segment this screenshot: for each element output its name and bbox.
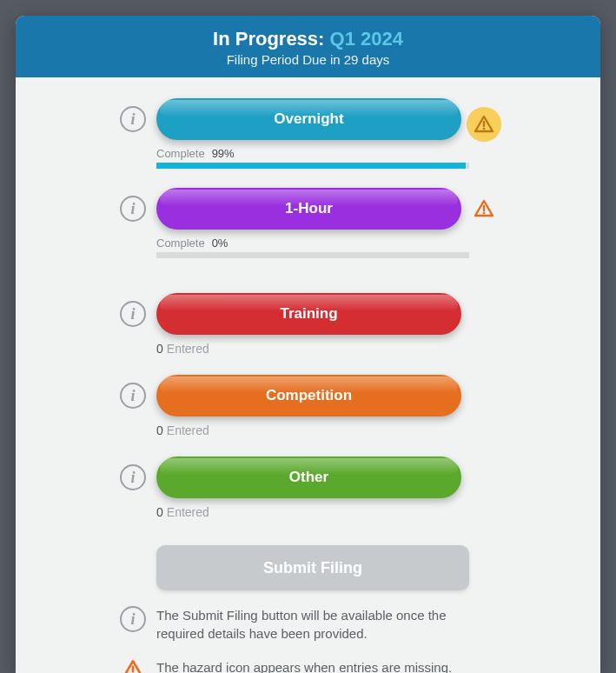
progress-label: Complete [156, 147, 205, 160]
info-icon[interactable]: i [120, 383, 146, 409]
header-title: In Progress: Q1 2024 [16, 28, 600, 50]
submit-filing-button: Submit Filing [156, 545, 469, 590]
progress-value: 99% [212, 147, 235, 160]
header-subtitle: Filing Period Due in 29 days [16, 52, 600, 67]
competition-button[interactable]: Competition [156, 375, 461, 416]
entered-label: Entered [167, 342, 209, 356]
training-button[interactable]: Training [156, 293, 461, 335]
hazard-note-row: The hazard icon appears when entries are… [120, 658, 496, 673]
button-label: Training [280, 305, 337, 323]
info-note-text: The Submit Filing button will be availab… [156, 606, 487, 643]
hazard-icon[interactable] [472, 197, 496, 221]
card-content: i Overnight Complete 99% i 1-Hour [16, 77, 600, 673]
hazard-icon[interactable] [472, 107, 496, 131]
button-label: Overnight [274, 110, 343, 128]
progress-label: Complete [156, 237, 205, 250]
header-prefix: In Progress: [213, 28, 329, 50]
svg-point-3 [483, 212, 486, 215]
row-overnight: i Overnight [120, 98, 496, 140]
row-training: i Training [120, 293, 496, 335]
overnight-meta: Complete 99% [156, 147, 496, 169]
card-header: In Progress: Q1 2024 Filing Period Due i… [16, 16, 600, 77]
submit-label: Submit Filing [263, 559, 362, 577]
info-icon[interactable]: i [120, 196, 146, 222]
progress-bar-fill [156, 163, 466, 169]
row-one-hour: i 1-Hour [120, 188, 496, 230]
entered-label: Entered [167, 423, 209, 437]
info-icon[interactable]: i [120, 106, 146, 132]
header-period: Q1 2024 [330, 28, 403, 50]
button-label: Competition [266, 387, 352, 404]
row-other: i Other [120, 456, 496, 498]
training-meta: 0Entered [156, 342, 496, 356]
hazard-icon[interactable] [120, 658, 146, 673]
entered-count: 0 [156, 342, 163, 356]
button-label: Other [289, 469, 328, 486]
row-competition: i Competition [120, 375, 496, 416]
info-icon[interactable]: i [120, 464, 146, 490]
other-button[interactable]: Other [156, 456, 461, 498]
other-meta: 0Entered [156, 505, 496, 519]
competition-meta: 0Entered [156, 423, 496, 437]
hazard-note-text: The hazard icon appears when entries are… [156, 658, 487, 673]
one-hour-meta: Complete 0% [156, 237, 496, 258]
filing-card: In Progress: Q1 2024 Filing Period Due i… [16, 16, 600, 673]
progress-bar [156, 163, 469, 169]
entered-count: 0 [156, 423, 163, 437]
one-hour-button[interactable]: 1-Hour [156, 188, 461, 230]
info-icon[interactable]: i [120, 606, 146, 632]
info-icon[interactable]: i [120, 301, 146, 327]
info-note-row: i The Submit Filing button will be avail… [120, 606, 496, 643]
progress-value: 0% [212, 237, 229, 250]
svg-point-1 [483, 128, 486, 130]
overnight-button[interactable]: Overnight [156, 98, 461, 140]
entered-label: Entered [167, 505, 209, 519]
button-label: 1-Hour [285, 200, 333, 217]
progress-bar [156, 252, 469, 258]
entered-count: 0 [156, 505, 163, 519]
